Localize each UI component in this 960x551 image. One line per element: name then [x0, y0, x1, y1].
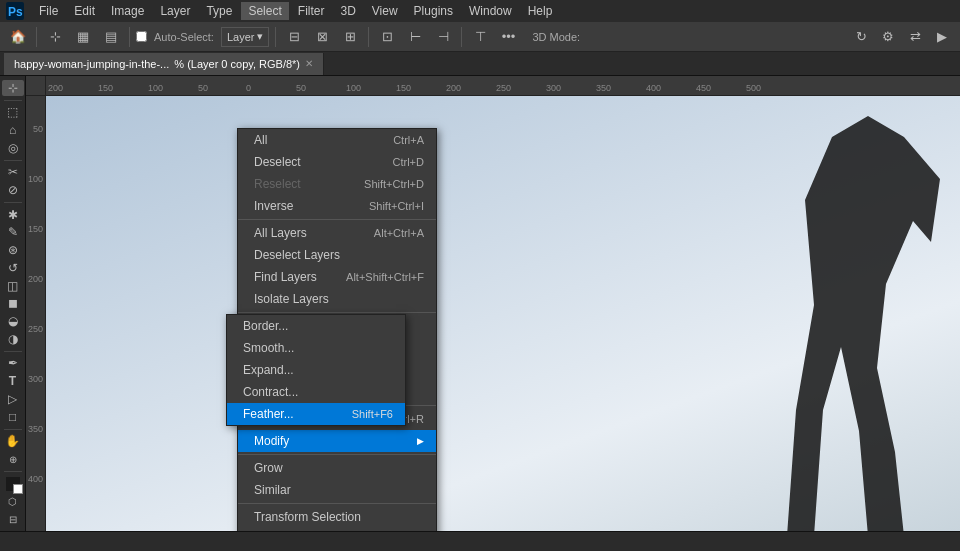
tool-sep-4 — [4, 351, 22, 352]
canvas-area: 200 150 100 50 0 50 100 150 200 250 300 … — [26, 76, 960, 531]
modify-item-border-label: Border... — [243, 319, 288, 333]
shape-tool[interactable]: □ — [2, 409, 24, 425]
eraser-tool[interactable]: ◫ — [2, 278, 24, 294]
canvas-background — [46, 96, 960, 531]
brush-tool[interactable]: ✎ — [2, 225, 24, 241]
menu-item-similar-label: Similar — [254, 483, 291, 497]
menu-item-isolate-layers[interactable]: Isolate Layers — [238, 288, 436, 310]
distribute-icon[interactable]: ⊡ — [375, 25, 399, 49]
auto-select-dropdown[interactable]: Layer ▾ — [221, 27, 270, 47]
menu-layer[interactable]: Layer — [153, 2, 197, 20]
stamp-tool[interactable]: ⊛ — [2, 242, 24, 258]
blur-tool[interactable]: ◒ — [2, 313, 24, 329]
quick-select-tool[interactable]: ◎ — [2, 140, 24, 156]
menu-type[interactable]: Type — [199, 2, 239, 20]
ruler-mark-450p: 450 — [696, 83, 711, 93]
menu-file[interactable]: File — [32, 2, 65, 20]
menu-item-inverse[interactable]: Inverse Shift+Ctrl+I — [238, 195, 436, 217]
menu-window[interactable]: Window — [462, 2, 519, 20]
align-right-icon[interactable]: ⊞ — [338, 25, 362, 49]
tool-sep-1 — [4, 100, 22, 101]
foreground-color[interactable] — [2, 476, 24, 492]
toolbar-separator-3 — [275, 27, 276, 47]
modify-item-border[interactable]: Border... — [227, 315, 405, 337]
menu-3d[interactable]: 3D — [333, 2, 362, 20]
align-icon[interactable]: ▤ — [99, 25, 123, 49]
menu-item-reselect-label: Reselect — [254, 177, 301, 191]
tab-close-button[interactable]: ✕ — [305, 58, 313, 69]
modify-item-smooth-label: Smooth... — [243, 341, 294, 355]
crop-tool[interactable]: ✂ — [2, 165, 24, 181]
pen-tool[interactable]: ✒ — [2, 356, 24, 372]
menu-item-all[interactable]: All Ctrl+A — [238, 129, 436, 151]
distribute2-icon[interactable]: ⊢ — [403, 25, 427, 49]
type-tool[interactable]: T — [2, 373, 24, 389]
move-icon[interactable]: ⊹ — [43, 25, 67, 49]
menu-item-all-layers[interactable]: All Layers Alt+Ctrl+A — [238, 222, 436, 244]
hand-tool[interactable]: ✋ — [2, 433, 24, 449]
menu-item-quick-mask[interactable]: Edit in Quick Mask Mode — [238, 528, 436, 531]
distribute3-icon[interactable]: ⊣ — [431, 25, 455, 49]
menu-help[interactable]: Help — [521, 2, 560, 20]
menu-view[interactable]: View — [365, 2, 405, 20]
ruler-left-250: 250 — [28, 324, 43, 334]
modify-item-contract[interactable]: Contract... — [227, 381, 405, 403]
align-center-icon[interactable]: ⊠ — [310, 25, 334, 49]
menu-image[interactable]: Image — [104, 2, 151, 20]
menu-item-transform-selection-label: Transform Selection — [254, 510, 361, 524]
tool-sep-2 — [4, 160, 22, 161]
menu-sep-1 — [238, 219, 436, 220]
menu-edit[interactable]: Edit — [67, 2, 102, 20]
more-options-icon[interactable]: ••• — [496, 25, 520, 49]
toolbar-separator-1 — [36, 27, 37, 47]
align-left-icon[interactable]: ⊟ — [282, 25, 306, 49]
history-brush-tool[interactable]: ↺ — [2, 260, 24, 276]
menu-item-similar[interactable]: Similar — [238, 479, 436, 501]
menu-item-inverse-label: Inverse — [254, 199, 293, 213]
quick-mask-button[interactable]: ⬡ — [2, 493, 24, 509]
menu-item-deselect[interactable]: Deselect Ctrl+D — [238, 151, 436, 173]
toolbar-right: ↻ ⚙ ⇄ ▶ — [849, 25, 954, 49]
lasso-tool[interactable]: ⌂ — [2, 122, 24, 138]
active-tab[interactable]: happy-woman-jumping-in-the-... % (Layer … — [4, 53, 324, 75]
marquee-tool[interactable]: ⬚ — [2, 104, 24, 120]
move-tool[interactable]: ⊹ — [2, 80, 24, 96]
menu-item-deselect-layers[interactable]: Deselect Layers — [238, 244, 436, 266]
ruler-mark-100: 100 — [148, 83, 163, 93]
menu-item-find-layers[interactable]: Find Layers Alt+Shift+Ctrl+F — [238, 266, 436, 288]
svg-text:Ps: Ps — [8, 5, 23, 19]
rotate-icon[interactable]: ↻ — [849, 25, 873, 49]
menu-filter[interactable]: Filter — [291, 2, 332, 20]
auto-select-value: Layer — [227, 31, 255, 43]
path-select-tool[interactable]: ▷ — [2, 391, 24, 407]
zoom-tool[interactable]: ⊕ — [2, 451, 24, 467]
distribute4-icon[interactable]: ⊤ — [468, 25, 492, 49]
toolbar-separator-4 — [368, 27, 369, 47]
menu-item-grow[interactable]: Grow — [238, 457, 436, 479]
ruler-mark-0: 0 — [246, 83, 251, 93]
ruler-top: 200 150 100 50 0 50 100 150 200 250 300 … — [46, 76, 960, 96]
menu-item-all-layers-shortcut: Alt+Ctrl+A — [374, 227, 424, 239]
healing-brush-tool[interactable]: ✱ — [2, 207, 24, 223]
screen-mode-button[interactable]: ⊟ — [2, 511, 24, 527]
transform-icon[interactable]: ⇄ — [903, 25, 927, 49]
eyedropper-tool[interactable]: ⊘ — [2, 182, 24, 198]
home-icon[interactable]: 🏠 — [6, 25, 30, 49]
settings-icon[interactable]: ⚙ — [876, 25, 900, 49]
menu-item-modify[interactable]: Modify — [238, 430, 436, 452]
gradient-tool[interactable]: ◼ — [2, 296, 24, 312]
menu-item-transform-selection[interactable]: Transform Selection — [238, 506, 436, 528]
modify-item-expand[interactable]: Expand... — [227, 359, 405, 381]
video-icon[interactable]: ▶ — [930, 25, 954, 49]
dodge-tool[interactable]: ◑ — [2, 331, 24, 347]
modify-item-feather[interactable]: Feather... Shift+F6 — [227, 403, 405, 425]
menu-item-modify-label: Modify — [254, 434, 289, 448]
menu-sep-2 — [238, 312, 436, 313]
arrange-icon[interactable]: ▦ — [71, 25, 95, 49]
menu-plugins[interactable]: Plugins — [407, 2, 460, 20]
menu-select[interactable]: Select — [241, 2, 288, 20]
menu-item-all-layers-label: All Layers — [254, 226, 307, 240]
toolbar-separator-2 — [129, 27, 130, 47]
modify-item-smooth[interactable]: Smooth... — [227, 337, 405, 359]
auto-select-checkbox[interactable] — [136, 31, 147, 42]
